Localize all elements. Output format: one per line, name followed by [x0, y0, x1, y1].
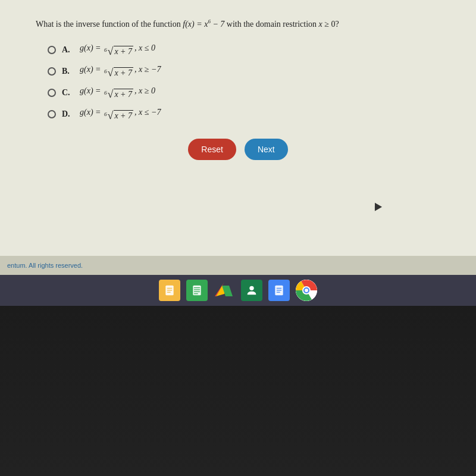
svg-point-21: [305, 289, 308, 292]
domain-restriction: with the domain restriction x ≥ 0?: [227, 20, 339, 29]
svg-rect-7: [194, 292, 200, 292]
radio-d[interactable]: [48, 110, 56, 118]
screen: What is the inverse function of the func…: [0, 0, 476, 476]
copyright-text: entum. All rights reserved.: [7, 262, 83, 269]
svg-rect-8: [194, 293, 198, 294]
nth-root-b: 6 √ x + 7: [104, 67, 133, 78]
option-d-label: D.: [62, 109, 74, 119]
nth-root-a: 6 √ x + 7: [104, 46, 133, 57]
option-a-math: g(x) = 6 √ x + 7 , x ≤ 0: [80, 43, 155, 57]
next-button[interactable]: Next: [245, 139, 288, 160]
taskbar-chrome-icon[interactable]: [296, 280, 317, 301]
option-d-row: D. g(x) = 6 √ x + 7 , x ≤ −7: [48, 108, 440, 121]
taskbar-docs-icon[interactable]: [268, 280, 290, 301]
answer-options: A. g(x) = 6 √ x + 7 , x ≤ 0 B. g(x) =: [48, 43, 440, 121]
taskbar-user-icon[interactable]: [241, 280, 262, 301]
option-c-label: C.: [62, 88, 74, 98]
nth-root-d: 6 √ x + 7: [104, 110, 133, 121]
nth-root-c: 6 √ x + 7: [104, 89, 133, 99]
question-text: What is the inverse function of the func…: [36, 18, 440, 30]
svg-rect-2: [167, 290, 172, 290]
mouse-cursor: [371, 201, 382, 211]
option-d-math: g(x) = 6 √ x + 7 , x ≤ −7: [80, 108, 161, 121]
svg-rect-16: [277, 290, 281, 290]
option-a-label: A.: [62, 45, 74, 55]
option-b-row: B. g(x) = 6 √ x + 7 , x ≥ −7: [48, 65, 440, 78]
footer-bar: entum. All rights reserved.: [0, 256, 476, 275]
svg-rect-17: [277, 292, 280, 293]
svg-rect-3: [167, 292, 171, 293]
buttons-row: Reset Next: [36, 139, 440, 160]
radio-b[interactable]: [48, 67, 56, 76]
reset-button[interactable]: Reset: [188, 139, 236, 160]
taskbar: [0, 275, 476, 306]
taskbar-file-icon[interactable]: [159, 280, 180, 301]
question-label: What is the inverse function of the func…: [36, 20, 183, 29]
option-c-math: g(x) = 6 √ x + 7 , x ≥ 0: [80, 86, 155, 99]
taskbar-drive-icon[interactable]: [214, 280, 235, 301]
taskbar-sheets-icon[interactable]: [186, 280, 208, 301]
option-b-label: B.: [62, 67, 74, 76]
function-expression: f(x) = x6 − 7: [183, 20, 224, 29]
svg-rect-15: [277, 288, 281, 289]
option-c-row: C. g(x) = 6 √ x + 7 , x ≥ 0: [48, 86, 440, 99]
radio-c[interactable]: [48, 89, 56, 97]
keyboard-area: [0, 306, 476, 476]
main-content-area: What is the inverse function of the func…: [0, 0, 476, 256]
svg-rect-1: [167, 288, 172, 289]
svg-rect-5: [194, 287, 200, 288]
option-a-row: A. g(x) = 6 √ x + 7 , x ≤ 0: [48, 43, 440, 57]
svg-point-13: [249, 286, 253, 290]
option-b-math: g(x) = 6 √ x + 7 , x ≥ −7: [80, 65, 161, 78]
svg-rect-6: [194, 289, 200, 290]
radio-a[interactable]: [48, 46, 56, 54]
